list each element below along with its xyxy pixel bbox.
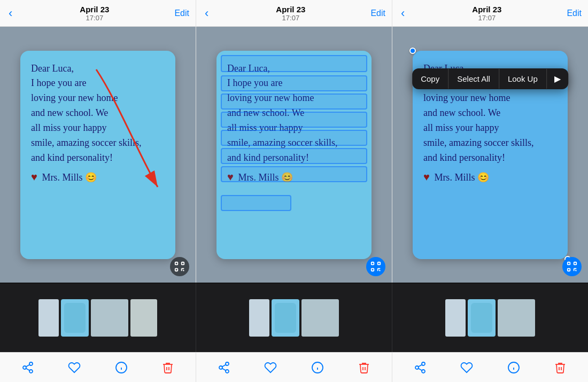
delete-button-2[interactable] xyxy=(358,361,370,374)
photo-panel-1[interactable]: Dear Luca, I hope you are loving your ne… xyxy=(0,27,196,283)
time-2: 17:07 xyxy=(276,14,305,22)
info-icon-1 xyxy=(115,361,128,374)
svg-rect-1 xyxy=(175,262,178,265)
favorite-button-2[interactable] xyxy=(264,361,277,374)
trash-icon-3 xyxy=(554,361,567,374)
letter-card-2: Dear Luca, I hope you are loving your ne… xyxy=(216,51,372,259)
thumb-letter-inner-3a xyxy=(471,303,492,333)
svg-rect-3 xyxy=(175,269,178,271)
heart-icon-2: ♥ xyxy=(227,171,234,183)
bottom-toolbar xyxy=(0,352,588,382)
card-wrapper-2: Dear Luca, I hope you are loving your ne… xyxy=(196,27,392,283)
topbar-panel3: ‹ April 23 17:07 Edit xyxy=(392,0,588,26)
favorite-button-1[interactable] xyxy=(68,361,81,374)
photo-panel-3[interactable]: Copy Select All Look Up ▶ Dear Luca, I h… xyxy=(392,27,588,283)
svg-line-18 xyxy=(575,270,576,271)
favorite-button-3[interactable] xyxy=(460,361,473,374)
topbar-panel1: ‹ April 23 17:07 Edit xyxy=(0,0,196,26)
letter-card-1: Dear Luca, I hope you are loving your ne… xyxy=(20,51,175,259)
svg-line-12 xyxy=(379,270,380,271)
share-button-2[interactable] xyxy=(218,361,230,374)
share-icon-2 xyxy=(218,361,230,374)
thumb-letter-2a xyxy=(272,299,299,337)
share-button-3[interactable] xyxy=(414,361,427,374)
copy-menu-item[interactable]: Copy xyxy=(412,69,448,89)
heart-icon-btn-2 xyxy=(264,361,277,374)
select-all-menu-item[interactable]: Select All xyxy=(448,69,499,89)
thumb-panel-2[interactable] xyxy=(196,283,392,352)
look-up-menu-item[interactable]: Look Up xyxy=(499,69,547,89)
delete-button-3[interactable] xyxy=(554,361,567,374)
card-wrapper-3: Dear Luca, I hope you are loving your ne… xyxy=(392,27,588,283)
thumb-img-small-3a xyxy=(445,299,466,337)
top-bars-container: ‹ April 23 17:07 Edit ‹ April 23 17:07 E… xyxy=(0,0,588,27)
selection-dot-topleft xyxy=(409,48,416,54)
svg-rect-7 xyxy=(372,262,374,265)
svg-rect-14 xyxy=(574,262,577,265)
scan-icon-1 xyxy=(174,261,185,272)
thumb-strip-2 xyxy=(249,299,339,337)
svg-rect-9 xyxy=(372,269,374,271)
date-title-3: April 23 xyxy=(472,5,501,14)
trash-icon-2 xyxy=(358,361,370,374)
context-menu: Copy Select All Look Up ▶ xyxy=(412,68,568,89)
thumb-img-small-1c xyxy=(130,299,157,337)
trash-icon-1 xyxy=(161,361,174,374)
info-button-2[interactable] xyxy=(311,361,324,374)
delete-button-1[interactable] xyxy=(161,361,174,374)
tool-panel-2 xyxy=(196,353,392,382)
svg-rect-13 xyxy=(568,262,570,265)
edit-button-1[interactable]: Edit xyxy=(174,9,189,18)
svg-line-6 xyxy=(183,270,184,271)
time-3: 17:07 xyxy=(472,14,501,22)
thumb-panel-3[interactable] xyxy=(392,283,588,352)
svg-rect-15 xyxy=(568,269,570,271)
heart-icon-3: ♥ xyxy=(423,171,430,183)
card-wrapper-1: Dear Luca, I hope you are loving your ne… xyxy=(0,27,196,283)
thumbnail-bar xyxy=(0,283,588,352)
thumb-img-small-3b xyxy=(498,299,535,337)
thumb-letter-inner-2a xyxy=(275,303,296,333)
scan-button-1[interactable] xyxy=(170,257,189,276)
thumb-img-small-1a xyxy=(38,299,59,337)
share-icon-3 xyxy=(414,361,427,374)
letter-text-2: Dear Luca, I hope you are loving your ne… xyxy=(227,61,361,166)
share-button-1[interactable] xyxy=(21,361,34,374)
scan-button-2[interactable] xyxy=(366,257,385,276)
more-menu-item[interactable]: ▶ xyxy=(547,68,568,89)
thumb-letter-inner-1a xyxy=(64,303,86,333)
info-icon-2 xyxy=(311,361,324,374)
info-button-1[interactable] xyxy=(115,361,128,374)
share-icon-1 xyxy=(21,361,34,374)
signature-3: ♥ Mrs. Mills 😊 xyxy=(423,171,557,183)
heart-icon-btn-1 xyxy=(68,361,81,374)
thumb-panel-1[interactable] xyxy=(0,283,196,352)
thumb-img-small-1b xyxy=(91,299,128,337)
tool-panel-1 xyxy=(0,353,196,382)
info-icon-3 xyxy=(507,361,520,374)
back-button-1[interactable]: ‹ xyxy=(6,6,14,20)
scan-icon-3 xyxy=(566,261,578,272)
back-button-2[interactable]: ‹ xyxy=(203,6,211,20)
date-center-2: April 23 17:07 xyxy=(276,5,305,22)
signature-1: ♥ Mrs. Mills 😊 xyxy=(31,171,165,183)
scan-button-3[interactable] xyxy=(562,257,582,276)
tool-panel-3 xyxy=(392,353,588,382)
date-center-3: April 23 17:07 xyxy=(472,5,501,22)
back-button-3[interactable]: ‹ xyxy=(399,6,407,20)
scan-icon-2 xyxy=(370,261,382,272)
edit-button-3[interactable]: Edit xyxy=(567,9,582,18)
date-title-1: April 23 xyxy=(80,5,109,14)
time-1: 17:07 xyxy=(80,14,109,22)
edit-button-2[interactable]: Edit xyxy=(370,9,385,18)
thumb-letter-3a xyxy=(468,299,496,337)
thumb-strip-3 xyxy=(445,299,535,337)
svg-rect-8 xyxy=(378,262,381,265)
heart-icon-1: ♥ xyxy=(31,171,37,183)
thumb-img-small-2b xyxy=(301,299,339,337)
photo-panel-2[interactable]: Dear Luca, I hope you are loving your ne… xyxy=(196,27,392,283)
thumb-strip-1 xyxy=(38,299,157,337)
heart-icon-btn-3 xyxy=(460,361,473,374)
thumb-img-small-2a xyxy=(249,299,269,337)
info-button-3[interactable] xyxy=(507,361,520,374)
